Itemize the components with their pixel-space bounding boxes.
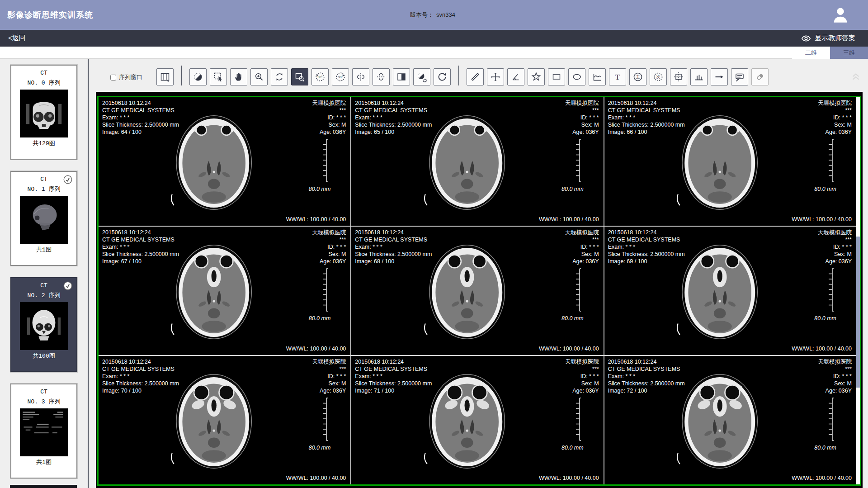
viewer-scrollbar-thumb[interactable] (856, 237, 860, 388)
series-name: NO. 3 序列 (11, 398, 76, 406)
cell-sex: Sex: M (565, 121, 599, 128)
invert-icon (396, 71, 407, 82)
comment-tool[interactable] (731, 68, 748, 85)
cell-window-level: WW/WL: 100.00 / 40.00 (286, 474, 346, 482)
view-mode-tabs: 二维 三维 (0, 47, 868, 59)
cell-age: Age: 036Y (312, 258, 346, 265)
viewport-cell-7[interactable]: 20150618 10:12:24 CT GE MEDICAL SYSTEMS … (351, 356, 603, 484)
localizer-tool[interactable] (670, 68, 687, 85)
series-card-2[interactable]: CTNO. 2 序列共100图 (10, 277, 77, 372)
cell-exam: Exam: * * * (608, 114, 685, 121)
primary-mark-tool[interactable]: 主 (629, 68, 646, 85)
zoom-region-tool[interactable] (291, 68, 308, 85)
layout-button[interactable] (156, 68, 174, 85)
cell-vendor: CT GE MEDICAL SYSTEMS (608, 107, 685, 114)
viewport-cell-1[interactable]: 20150618 10:12:24 CT GE MEDICAL SYSTEMS … (351, 97, 603, 226)
window-level-tool[interactable] (189, 68, 207, 85)
profile-tool[interactable] (589, 68, 606, 85)
rotate-ccw-90-tool[interactable]: 90° (311, 68, 329, 85)
viewport-cell-5[interactable]: 20150618 10:12:24 CT GE MEDICAL SYSTEMS … (604, 227, 856, 355)
scale-ruler-icon (826, 268, 834, 312)
rect-roi-tool[interactable] (548, 68, 565, 85)
cell-hospital: 天堰模拟医院 (818, 99, 852, 107)
histogram-tool[interactable] (690, 68, 708, 85)
columns-layout-icon (160, 71, 170, 82)
show-answer-button[interactable]: 显示教师答案 (801, 33, 855, 43)
viewport-cell-6[interactable]: 20150618 10:12:24 CT GE MEDICAL SYSTEMS … (99, 356, 350, 484)
series-name: NO. 2 序列 (11, 291, 76, 299)
cell-topright-overlay: 天堰模拟医院 *** ID: * * * Sex: M Age: 036Y (565, 229, 599, 265)
cell-image-number: Image: 71 / 100 (355, 387, 432, 394)
secondary-mark-tool[interactable]: 次 (650, 68, 667, 85)
flip-horizontal-tool[interactable] (352, 68, 369, 85)
scale-ruler-icon (826, 397, 834, 441)
angle-tool[interactable] (507, 68, 524, 85)
cross-measure-tool[interactable] (487, 68, 504, 85)
cell-scale-label: 80.0 mm (309, 315, 331, 322)
version-label: 版本号： (410, 11, 434, 18)
pan-tool[interactable] (230, 68, 247, 85)
cell-vendor: CT GE MEDICAL SYSTEMS (608, 236, 685, 243)
tab-2d[interactable]: 二维 (792, 47, 830, 59)
cell-patient-id: ID: * * * (818, 243, 852, 251)
back-button[interactable]: <返回 (8, 34, 26, 43)
eye-icon (801, 33, 811, 43)
swap-series-tool[interactable] (271, 68, 288, 85)
eraser-tool (751, 68, 769, 85)
text-tool[interactable]: T (609, 68, 626, 85)
svg-text:次: 次 (656, 75, 660, 79)
window-reset-tool[interactable] (413, 68, 430, 85)
series-card-3[interactable]: CTNO. 3 序列共1图 (10, 384, 77, 479)
scale-ruler-icon (321, 268, 328, 312)
ruler-tool[interactable] (467, 68, 484, 85)
viewport-cell-0[interactable]: 20150618 10:12:24 CT GE MEDICAL SYSTEMS … (99, 97, 350, 226)
viewport-cell-8[interactable]: 20150618 10:12:24 CT GE MEDICAL SYSTEMS … (604, 356, 856, 484)
rect-roi-icon (551, 71, 562, 82)
flip-vertical-tool[interactable] (373, 68, 390, 85)
user-icon[interactable] (831, 5, 850, 24)
ellipse-roi-tool[interactable] (568, 68, 585, 85)
cell-age: Age: 036Y (818, 387, 852, 394)
series-card-0[interactable]: CTNO. 0 序列共129图 (10, 65, 77, 160)
cell-topright-overlay: 天堰模拟医院 *** ID: * * * Sex: M Age: 036Y (312, 229, 346, 265)
viewport-cell-3[interactable]: 20150618 10:12:24 CT GE MEDICAL SYSTEMS … (99, 227, 350, 355)
zoom-tool[interactable] (250, 68, 268, 85)
cell-hospital: 天堰模拟医院 (818, 229, 852, 236)
collapse-toolbar-button[interactable] (850, 70, 862, 81)
wl-ball-icon (193, 71, 203, 82)
cell-scale-label: 80.0 mm (561, 185, 584, 193)
reset-circle-icon (437, 71, 448, 82)
cell-slice-thickness: Slice Thickness: 2.500000 mm (102, 380, 179, 387)
reset-tool[interactable] (434, 68, 451, 85)
cell-exam: Exam: * * * (608, 243, 685, 251)
star-roi-tool[interactable] (528, 68, 545, 85)
cell-patient-id: ID: * * * (818, 373, 852, 380)
viewport-cell-2[interactable]: 20150618 10:12:24 CT GE MEDICAL SYSTEMS … (604, 97, 856, 226)
cell-scale-label: 80.0 mm (309, 444, 331, 451)
cell-age: Age: 036Y (312, 387, 346, 394)
tab-3d[interactable]: 三维 (830, 47, 868, 59)
cell-image-number: Image: 67 / 100 (102, 258, 179, 265)
sequence-window-checkbox[interactable] (110, 75, 116, 81)
cell-topright-overlay: 天堰模拟医院 *** ID: * * * Sex: M Age: 036Y (312, 358, 346, 394)
cell-slice-thickness: Slice Thickness: 2.500000 mm (355, 380, 432, 387)
next-series-card-partial[interactable] (10, 485, 77, 488)
profile-curve-icon (592, 71, 603, 82)
cell-exam: Exam: * * * (102, 373, 179, 380)
invert-tool[interactable] (393, 68, 410, 85)
svg-text:90°: 90° (318, 75, 323, 79)
select-tool[interactable] (210, 68, 227, 85)
cell-sex: Sex: M (565, 380, 599, 387)
viewer-scrollbar[interactable] (856, 97, 860, 484)
viewport-cell-4[interactable]: 20150618 10:12:24 CT GE MEDICAL SYSTEMS … (351, 227, 603, 355)
cell-topright-overlay: 天堰模拟医院 *** ID: * * * Sex: M Age: 036Y (312, 99, 346, 136)
sequence-window-toggle[interactable]: 序列窗口 (110, 73, 142, 81)
arrow-tool[interactable] (711, 68, 728, 85)
series-modality: CT (11, 389, 76, 395)
series-card-1[interactable]: CTNO. 1 序列共1图 (10, 171, 77, 266)
cell-patient-id: ID: * * * (312, 373, 346, 380)
cell-vendor: CT GE MEDICAL SYSTEMS (355, 365, 432, 373)
rotate-cw-90-tool[interactable]: 90° (332, 68, 349, 85)
cell-topleft-overlay: 20150618 10:12:24 CT GE MEDICAL SYSTEMS … (102, 229, 179, 265)
series-name: NO. 1 序列 (11, 185, 76, 193)
